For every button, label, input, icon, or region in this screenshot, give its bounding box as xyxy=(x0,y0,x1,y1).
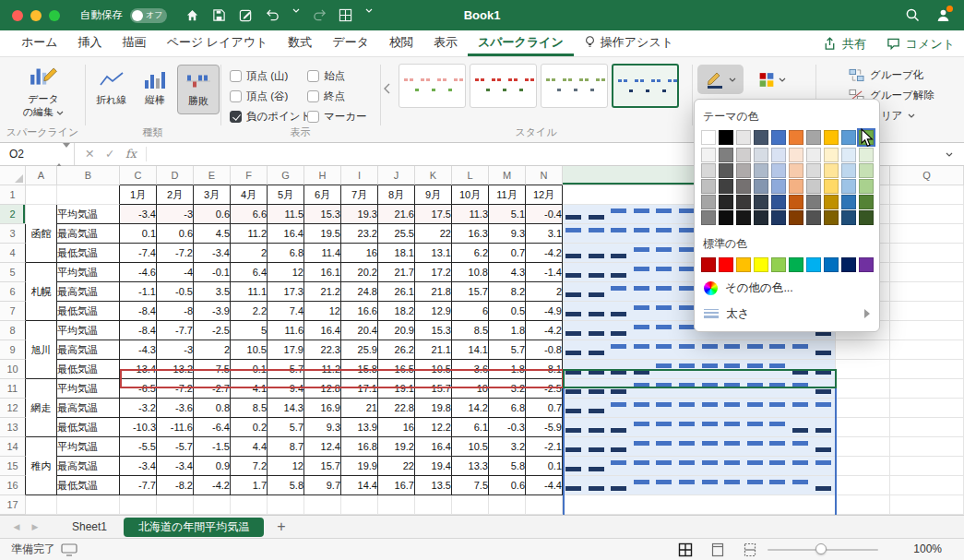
measure-label-cell[interactable]: 最低気温 xyxy=(57,244,120,263)
value-cell[interactable]: 16.4 xyxy=(268,224,304,244)
measure-label-cell[interactable]: 最低気温 xyxy=(57,476,120,495)
cell[interactable] xyxy=(890,379,964,399)
value-cell[interactable]: 0.6 xyxy=(157,224,194,244)
column-header-H[interactable]: H xyxy=(304,166,341,185)
value-cell[interactable]: 16.5 xyxy=(378,360,415,379)
value-cell[interactable]: 22.3 xyxy=(304,340,341,360)
cell[interactable] xyxy=(452,495,489,515)
value-cell[interactable]: 0.7 xyxy=(526,399,563,418)
theme-color-swatch[interactable] xyxy=(736,163,751,178)
value-cell[interactable]: 11.3 xyxy=(452,205,489,224)
value-cell[interactable]: 0.8 xyxy=(194,399,231,418)
value-cell[interactable]: 5.7 xyxy=(268,418,304,437)
value-cell[interactable]: 14.4 xyxy=(341,476,378,495)
value-cell[interactable]: 16.4 xyxy=(415,437,452,457)
value-cell[interactable]: 11.1 xyxy=(231,282,268,302)
cell[interactable] xyxy=(157,495,194,515)
theme-color-swatch[interactable] xyxy=(806,195,821,209)
theme-color-swatch[interactable] xyxy=(824,179,839,194)
value-cell[interactable]: 23.2 xyxy=(341,224,378,244)
value-cell[interactable]: 20.2 xyxy=(341,263,378,282)
value-cell[interactable]: 6.2 xyxy=(452,244,489,263)
sparkline-cell[interactable] xyxy=(563,476,836,495)
value-cell[interactable]: -3 xyxy=(157,205,194,224)
column-header-M[interactable]: M xyxy=(489,166,526,185)
standard-color-swatch[interactable] xyxy=(789,257,803,272)
value-cell[interactable]: 19.3 xyxy=(341,205,378,224)
value-cell[interactable]: 21.7 xyxy=(378,263,415,282)
theme-color-swatch[interactable] xyxy=(841,195,856,209)
ribbon-tab-3[interactable]: 描画 xyxy=(113,30,157,56)
cell[interactable] xyxy=(890,495,964,515)
theme-color-swatch[interactable] xyxy=(754,195,768,209)
value-cell[interactable]: 8.2 xyxy=(489,282,526,302)
cell[interactable] xyxy=(890,360,964,379)
sparkline-cell[interactable] xyxy=(563,379,836,399)
value-cell[interactable]: 0.9 xyxy=(194,457,231,476)
value-cell[interactable]: 6 xyxy=(452,302,489,321)
value-cell[interactable]: 3.6 xyxy=(452,360,489,379)
value-cell[interactable]: 12 xyxy=(268,263,304,282)
value-cell[interactable]: 19.1 xyxy=(378,379,415,399)
month-header-cell[interactable]: 2月 xyxy=(157,185,194,205)
theme-color-swatch[interactable] xyxy=(789,210,803,225)
theme-color-swatch[interactable] xyxy=(859,130,874,145)
theme-color-swatch[interactable] xyxy=(806,130,821,145)
value-cell[interactable]: -4.3 xyxy=(120,340,157,360)
minimize-window-button[interactable] xyxy=(30,10,42,21)
value-cell[interactable]: 9.7 xyxy=(304,476,341,495)
value-cell[interactable]: 14.3 xyxy=(268,399,304,418)
theme-color-swatch[interactable] xyxy=(859,210,874,225)
cell[interactable] xyxy=(890,457,964,476)
column-header-A[interactable]: A xyxy=(26,166,57,185)
value-cell[interactable]: 17.1 xyxy=(341,379,378,399)
page-break-view-button[interactable] xyxy=(743,542,757,557)
cell[interactable] xyxy=(57,185,120,205)
standard-color-swatch[interactable] xyxy=(736,257,751,272)
cell[interactable] xyxy=(836,495,890,515)
value-cell[interactable]: 4.3 xyxy=(489,263,526,282)
theme-color-swatch[interactable] xyxy=(824,210,839,225)
value-cell[interactable]: 16.8 xyxy=(341,437,378,457)
value-cell[interactable]: -5.7 xyxy=(157,437,194,457)
value-cell[interactable]: 19.5 xyxy=(304,224,341,244)
cell[interactable] xyxy=(489,495,526,515)
value-cell[interactable]: 4.5 xyxy=(194,224,231,244)
row-header-10[interactable]: 10 xyxy=(0,360,26,379)
theme-color-swatch[interactable] xyxy=(754,130,768,145)
value-cell[interactable]: 0.6 xyxy=(194,205,231,224)
value-cell[interactable]: 21.1 xyxy=(415,340,452,360)
value-cell[interactable]: 7.2 xyxy=(231,457,268,476)
cell[interactable] xyxy=(836,360,890,379)
theme-color-swatch[interactable] xyxy=(789,195,803,209)
month-header-cell[interactable]: 4月 xyxy=(231,185,268,205)
standard-color-swatch[interactable] xyxy=(806,257,821,272)
value-cell[interactable]: 15.7 xyxy=(415,379,452,399)
value-cell[interactable]: -0.5 xyxy=(157,282,194,302)
value-cell[interactable]: -10.3 xyxy=(120,418,157,437)
measure-label-cell[interactable]: 平均気温 xyxy=(57,263,120,282)
cell[interactable] xyxy=(836,437,890,457)
sparkline-cell[interactable] xyxy=(563,457,836,476)
undo-menu-chevron-icon[interactable] xyxy=(292,8,300,23)
column-header-E[interactable]: E xyxy=(194,166,231,185)
ribbon-tab-6[interactable]: データ xyxy=(322,30,379,56)
insert-function-icon[interactable]: fx xyxy=(125,143,137,165)
theme-color-swatch[interactable] xyxy=(736,210,751,225)
cell[interactable] xyxy=(890,185,964,205)
value-cell[interactable]: 14.2 xyxy=(452,399,489,418)
cell[interactable] xyxy=(341,495,378,515)
value-cell[interactable]: -5.9 xyxy=(526,418,563,437)
value-cell[interactable]: 24.8 xyxy=(341,282,378,302)
value-cell[interactable]: 6.6 xyxy=(231,205,268,224)
sparkline-style-2[interactable] xyxy=(470,64,537,108)
value-cell[interactable]: 7.4 xyxy=(268,302,304,321)
value-cell[interactable]: 15.7 xyxy=(452,282,489,302)
cell[interactable] xyxy=(890,205,964,224)
theme-color-swatch[interactable] xyxy=(824,130,839,145)
column-header-C[interactable]: C xyxy=(120,166,157,185)
row-header-5[interactable]: 5 xyxy=(0,263,26,282)
theme-color-swatch[interactable] xyxy=(789,163,803,178)
month-header-cell[interactable]: 12月 xyxy=(526,185,563,205)
value-cell[interactable]: 3.2 xyxy=(489,437,526,457)
